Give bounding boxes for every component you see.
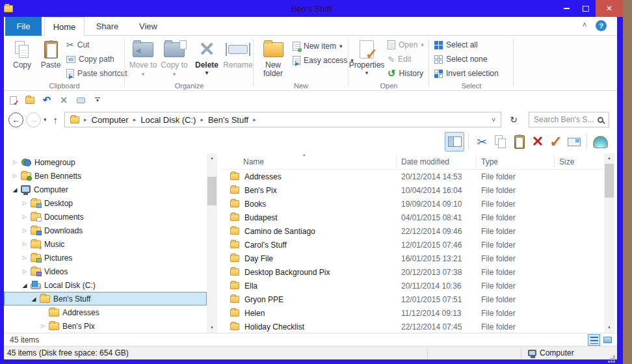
- search-input[interactable]: [534, 115, 596, 124]
- rename-button[interactable]: Rename: [222, 38, 254, 70]
- tree-item-bens-stuff[interactable]: ◢ Ben's Stuff: [4, 292, 207, 306]
- breadcrumb-computer[interactable]: Computer: [87, 115, 133, 125]
- tree-item-music[interactable]: ▷ ♪ Music: [4, 237, 207, 251]
- tree-item-computer[interactable]: ◢ Computer: [4, 183, 207, 196]
- tab-file[interactable]: File: [5, 17, 42, 36]
- forward-button[interactable]: →: [26, 112, 41, 127]
- back-button[interactable]: ←: [8, 112, 23, 127]
- refresh-button[interactable]: ↻: [505, 114, 522, 125]
- tab-view[interactable]: View: [130, 17, 166, 36]
- toolbar-paste-button[interactable]: [510, 132, 529, 151]
- tab-share[interactable]: Share: [87, 17, 127, 36]
- address-dropdown-button[interactable]: ˅: [492, 116, 495, 124]
- tree-item-pictures[interactable]: ▷ Pictures: [4, 251, 207, 265]
- new-item-button[interactable]: New item ▾: [293, 40, 343, 52]
- toolbar-cut-button[interactable]: ✂: [472, 132, 492, 151]
- history-button[interactable]: ↺ History: [388, 68, 423, 79]
- file-row[interactable]: Day File 16/01/2015 13:21 File folder: [221, 252, 604, 266]
- thumbnail-view-button[interactable]: [601, 334, 614, 346]
- expander-icon[interactable]: ◢: [29, 296, 38, 302]
- qat-delete-button[interactable]: ✕: [56, 93, 72, 107]
- column-header-type[interactable]: Type: [481, 157, 498, 166]
- help-button[interactable]: ?: [596, 20, 607, 31]
- scroll-up-icon[interactable]: ▲: [207, 153, 217, 163]
- tree-item-bens-pix[interactable]: ▷ Ben's Pix: [4, 319, 207, 333]
- file-row[interactable]: Desktop Background Pix 20/12/2013 07:38 …: [221, 266, 604, 280]
- column-header-name[interactable]: Name: [243, 157, 264, 166]
- resize-grip[interactable]: [613, 356, 615, 358]
- address-bar[interactable]: ▸ Computer ▸ Local Disk (C:) ▸ Ben's Stu…: [64, 112, 501, 127]
- column-header-date-modified[interactable]: Date modified: [401, 157, 449, 166]
- qat-new-folder-button[interactable]: [22, 93, 38, 107]
- open-button[interactable]: Open ▾: [388, 39, 424, 51]
- qat-rename-button[interactable]: [73, 93, 88, 107]
- file-row[interactable]: Addresses 20/12/2014 14:53 File folder: [221, 170, 604, 184]
- expander-icon[interactable]: ▷: [20, 214, 29, 220]
- details-view-button[interactable]: [588, 334, 600, 346]
- easy-access-button[interactable]: Easy access ▾: [293, 55, 354, 66]
- tree-item-ben-bennetts[interactable]: ▷ Ben Bennetts: [4, 169, 207, 183]
- toolbar-properties-button[interactable]: ✓: [546, 132, 566, 151]
- expander-icon[interactable]: ▷: [10, 173, 20, 179]
- expander-icon[interactable]: ▷: [20, 228, 29, 233]
- file-row[interactable]: Holiday Checklist 22/12/2014 07:45 File …: [221, 320, 604, 333]
- navigation-pane-toggle-button[interactable]: [445, 132, 464, 151]
- new-folder-button[interactable]: New folder: [259, 38, 287, 78]
- cut-button[interactable]: ✂ Cut: [66, 39, 89, 51]
- delete-button[interactable]: ✕ Delete▾: [192, 38, 221, 76]
- toolbar-copy-button[interactable]: [490, 132, 510, 151]
- expander-icon[interactable]: ▷: [20, 241, 29, 247]
- paste-shortcut-button[interactable]: Paste shortcut: [66, 68, 127, 79]
- tree-scrollbar[interactable]: ▲ ▼: [207, 153, 217, 333]
- edit-button[interactable]: ✎ Edit: [388, 53, 412, 65]
- tree-item-desktop[interactable]: ▷ Desktop: [4, 196, 207, 210]
- copy-path-button[interactable]: W Copy path: [66, 53, 114, 65]
- tree-item-videos[interactable]: ▷ Videos: [4, 265, 207, 278]
- file-list-scrollbar[interactable]: ▲ ▼: [604, 153, 614, 333]
- maximize-button[interactable]: [576, 0, 596, 17]
- scrollbar-thumb[interactable]: [605, 164, 614, 198]
- copy-button[interactable]: Copy: [8, 38, 36, 70]
- select-all-button[interactable]: Select all: [434, 39, 478, 51]
- recent-locations-dropdown[interactable]: ▾: [44, 116, 47, 123]
- breadcrumb-bens-stuff[interactable]: Ben's Stuff: [204, 115, 253, 125]
- scrollbar-thumb[interactable]: [207, 177, 217, 205]
- qat-properties-button[interactable]: [5, 93, 21, 107]
- expander-icon[interactable]: ▷: [20, 200, 29, 206]
- expander-icon[interactable]: ▷: [20, 255, 29, 261]
- file-row[interactable]: Ella 20/11/2014 10:36 File folder: [221, 280, 604, 293]
- toolbar-delete-button[interactable]: ✕: [528, 132, 547, 151]
- tree-item-downloads[interactable]: ▷ Downloads: [4, 224, 207, 237]
- minimize-button[interactable]: [557, 0, 576, 17]
- file-row[interactable]: Camino de Santiago 22/12/2014 09:46 File…: [221, 225, 604, 239]
- toolbar-email-button[interactable]: [564, 132, 584, 151]
- tree-item-local-disk-c[interactable]: ◢ Local Disk (C:): [4, 278, 207, 292]
- up-button[interactable]: ↑: [53, 114, 59, 125]
- file-row[interactable]: Carol's Stuff 12/01/2015 07:46 File fold…: [221, 239, 604, 252]
- qat-undo-button[interactable]: ↶: [39, 93, 55, 107]
- classic-shell-menu-button[interactable]: [590, 132, 610, 151]
- column-header-size[interactable]: Size: [559, 157, 574, 166]
- expander-icon[interactable]: ▷: [20, 268, 29, 274]
- scroll-up-icon[interactable]: ▲: [604, 153, 614, 163]
- ribbon-collapse-button[interactable]: ˄: [579, 21, 590, 30]
- expander-icon[interactable]: ▷: [38, 323, 47, 329]
- file-row[interactable]: Ben's Pix 10/04/2014 16:04 File folder: [221, 184, 604, 198]
- tab-home[interactable]: Home: [44, 17, 85, 36]
- file-row[interactable]: Helen 11/12/2014 09:13 File folder: [221, 307, 604, 320]
- qat-customize-button[interactable]: ▾: [90, 93, 105, 107]
- tree-item-documents[interactable]: ▷ Documents: [4, 210, 207, 224]
- select-none-button[interactable]: Select none: [434, 53, 487, 65]
- file-row[interactable]: Books 19/09/2014 09:10 File folder: [221, 198, 604, 211]
- move-to-button[interactable]: ◂ Move to ▾: [129, 38, 157, 79]
- copy-to-button[interactable]: Copy to ▾: [160, 38, 189, 79]
- expander-icon[interactable]: ◢: [10, 187, 20, 193]
- invert-selection-button[interactable]: Invert selection: [434, 68, 499, 79]
- breadcrumb-local-disk[interactable]: Local Disk (C:): [136, 115, 200, 125]
- file-row[interactable]: Budapest 04/01/2015 08:41 File folder: [221, 211, 604, 225]
- expander-icon[interactable]: ◢: [20, 282, 29, 289]
- tree-item-addresses[interactable]: Addresses: [4, 306, 207, 319]
- expander-icon[interactable]: ▷: [10, 159, 20, 165]
- scroll-down-icon[interactable]: ▼: [604, 323, 614, 333]
- tree-item-homegroup[interactable]: ▷ Homegroup: [4, 155, 207, 169]
